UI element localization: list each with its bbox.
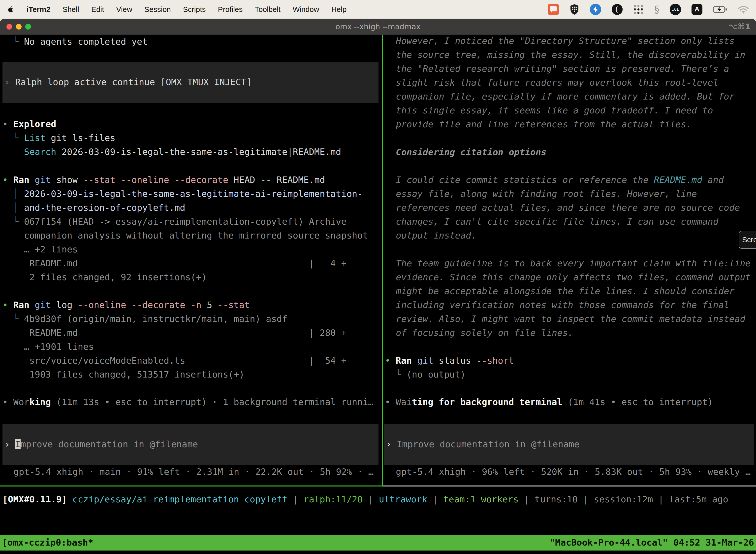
menu-edit[interactable]: Edit bbox=[91, 5, 104, 14]
macos-menu-bar: iTerm2 Shell Edit View Session Scripts P… bbox=[0, 0, 756, 19]
battery-icon[interactable] bbox=[713, 6, 727, 13]
git-show-output-line: └ 067f154 (HEAD -> essay/ai-reimplementa… bbox=[2, 215, 346, 229]
menu-toolbelt[interactable]: Toolbelt bbox=[255, 5, 280, 14]
menu-bar-status-icons: § ..61 A bbox=[548, 4, 749, 15]
thinking-paragraph-line: evidence. Since this change only affects… bbox=[396, 270, 751, 284]
git-show-output-line: … +2 lines bbox=[2, 242, 78, 257]
waiting-status-line: • Waiting for background terminal (1m 41… bbox=[385, 395, 713, 409]
left-prompt-input[interactable]: › Improve documentation in @filename bbox=[2, 424, 378, 465]
explored-search-line: Search 2026-03-09-is-legal-the-same-as-l… bbox=[2, 145, 341, 159]
tmux-host-clock: "MacBook-Pro-44.local" 04:52 31-Mar-26 bbox=[550, 535, 754, 551]
menu-window[interactable]: Window bbox=[293, 5, 319, 14]
tmux-pane-divider[interactable] bbox=[382, 35, 383, 487]
thinking-paragraph-line: the source tree, missing the essay. Stil… bbox=[396, 48, 745, 62]
left-prompt-line: › Improve documentation in @filename bbox=[4, 437, 198, 451]
ran-git-show-line: • Ran git show --stat --oneline --decora… bbox=[2, 173, 325, 187]
git-show-output-line: companion analysis without altering the … bbox=[2, 229, 368, 242]
percent-badge-icon[interactable]: ..61 bbox=[670, 4, 681, 15]
ralph-loop-line: › Ralph loop active continue [OMX_TMUX_I… bbox=[4, 75, 252, 89]
omx-ralph-count: ralph:11/20 bbox=[304, 494, 363, 504]
screen-share-overlay-button[interactable]: Scre bbox=[739, 231, 756, 249]
thinking-paragraph-line: companion file, especially if more comme… bbox=[396, 90, 735, 104]
close-button[interactable] bbox=[6, 24, 12, 30]
left-pane-bottom-border bbox=[0, 486, 383, 487]
ran-git-status-line: • Ran git status --short bbox=[385, 354, 514, 368]
tmux-session-name: [omx-cczip0:bash* bbox=[2, 535, 93, 551]
omx-session: session:12m bbox=[594, 494, 653, 504]
moon-circle-icon[interactable] bbox=[612, 4, 623, 15]
omx-last: last:5m ago bbox=[669, 494, 728, 504]
thinking-paragraph-line: However, I noticed the "Directory Struct… bbox=[396, 34, 735, 48]
text-cursor: I bbox=[15, 439, 20, 449]
tmux-status-bar: [omx-cczip0:bash* "MacBook-Pro-44.local"… bbox=[0, 535, 756, 551]
omx-branch: cczip/essay/ai-reimplementation-copyleft bbox=[72, 494, 288, 504]
git-show-diffstat-line: README.md | 4 + bbox=[2, 257, 346, 270]
thinking-paragraph-line: changes, I can't cite specific file line… bbox=[396, 215, 718, 229]
thinking-paragraph-line: provide file and line references from th… bbox=[396, 117, 692, 131]
screen-share-overlay-label: Scre bbox=[742, 235, 756, 244]
terminal-content: └ No agents completed yet › Ralph loop a… bbox=[0, 35, 756, 554]
git-log-diffstat-line: src/voice/voiceModeEnabled.ts | 54 + bbox=[2, 354, 346, 368]
git-show-output-line: │ and-the-erosion-of-copyleft.md bbox=[2, 201, 185, 215]
left-session-status-line: gpt-5.4 xhigh · main · 91% left · 2.31M … bbox=[13, 465, 374, 479]
zoom-button[interactable] bbox=[25, 24, 31, 30]
wifi-icon[interactable] bbox=[738, 5, 749, 14]
git-show-output-line: │ 2026-03-09-is-legal-the-same-as-legiti… bbox=[2, 187, 363, 201]
right-prompt-input[interactable]: › Improve documentation in @filename bbox=[384, 424, 754, 465]
window-title: omx --xhigh --madmax bbox=[335, 19, 421, 35]
blue-bolt-badge-icon[interactable] bbox=[590, 4, 601, 15]
chat-app-icon[interactable] bbox=[548, 4, 559, 15]
ran-git-log-line: • Ran git log --oneline --decorate -n 5 … bbox=[2, 298, 250, 312]
git-log-summary-line: 1903 files changed, 513517 insertions(+) bbox=[2, 368, 244, 382]
thinking-paragraph-line: I could cite commit statistics or refere… bbox=[396, 173, 724, 187]
hook-icon[interactable]: § bbox=[654, 4, 659, 15]
thinking-paragraph-line: review. Also, I might want to inspect th… bbox=[396, 312, 745, 326]
right-pane-bottom-border bbox=[383, 486, 756, 487]
omx-status-bar: [OMX#0.11.9] cczip/essay/ai-reimplementa… bbox=[2, 492, 728, 506]
omx-mode: ultrawork bbox=[379, 494, 427, 504]
menu-iterm2[interactable]: iTerm2 bbox=[26, 5, 50, 14]
ralph-loop-box: › Ralph loop active continue [OMX_TMUX_I… bbox=[2, 62, 378, 103]
thinking-paragraph-line: slight risk that future readers may over… bbox=[396, 76, 718, 90]
menu-items: iTerm2 Shell Edit View Session Scripts P… bbox=[7, 5, 346, 14]
readme-link: README.md bbox=[654, 175, 702, 185]
git-log-diffstat-line: README.md | 280 + bbox=[2, 326, 346, 340]
omx-version: [OMX#0.11.9] bbox=[2, 494, 72, 504]
apple-menu-icon[interactable] bbox=[7, 5, 14, 14]
window-title-bar: omx --xhigh --madmax ⌥⌘1 bbox=[0, 19, 756, 35]
omx-turns: turns:10 bbox=[535, 494, 578, 504]
thinking-paragraph-line: this single essay, it seems like a good … bbox=[396, 104, 713, 117]
git-log-output-line: └ 4b9d30f (origin/main, instructkr/main,… bbox=[2, 312, 288, 326]
thinking-paragraph-line: the "Related research writing" section i… bbox=[396, 62, 729, 76]
thinking-paragraph-line: might be acceptable alongside the file l… bbox=[396, 284, 735, 298]
dots-grid-icon[interactable] bbox=[633, 4, 644, 15]
thinking-paragraph-line: of focusing solely on file lines. bbox=[396, 326, 573, 340]
working-status-line: • Working (11m 13s • esc to interrupt) ·… bbox=[2, 395, 374, 409]
screen: iTerm2 Shell Edit View Session Scripts P… bbox=[0, 0, 756, 554]
iterm2-window: omx --xhigh --madmax ⌥⌘1 └ No agents com… bbox=[0, 19, 756, 554]
git-show-summary-line: 2 files changed, 92 insertions(+) bbox=[2, 270, 207, 284]
thinking-paragraph-line: essay file, along with finding root file… bbox=[396, 187, 697, 201]
menu-profiles[interactable]: Profiles bbox=[218, 5, 243, 14]
thinking-paragraph-line: references need actual files, and since … bbox=[396, 201, 740, 215]
menu-scripts[interactable]: Scripts bbox=[183, 5, 206, 14]
explored-list-line: └ List git ls-files bbox=[2, 131, 115, 145]
omx-team: team:1 workers bbox=[443, 494, 518, 504]
minimize-button[interactable] bbox=[16, 24, 21, 30]
menu-view[interactable]: View bbox=[116, 5, 132, 14]
thinking-heading: Considering citation options bbox=[396, 145, 547, 159]
right-prompt-line: › Improve documentation in @filename bbox=[386, 437, 579, 451]
thinking-paragraph-line: output instead. bbox=[396, 229, 477, 242]
right-session-status-line: gpt-5.4 xhigh · 96% left · 520K in · 5.8… bbox=[396, 465, 751, 479]
window-shortcut-badge: ⌥⌘1 bbox=[729, 19, 751, 35]
menu-shell[interactable]: Shell bbox=[63, 5, 79, 14]
a-key-icon[interactable]: A bbox=[692, 4, 702, 15]
thinking-paragraph-line: The team guideline is to back every impo… bbox=[396, 257, 751, 270]
git-status-output-line: └ (no output) bbox=[385, 368, 465, 382]
thinking-paragraph-line: including verification notes with those … bbox=[396, 298, 729, 312]
git-log-output-line: … +1901 lines bbox=[2, 340, 94, 354]
menu-help[interactable]: Help bbox=[331, 5, 347, 14]
menu-session[interactable]: Session bbox=[144, 5, 171, 14]
shield-keypad-icon[interactable] bbox=[569, 4, 579, 15]
explored-header-line: • Explored bbox=[2, 117, 56, 131]
